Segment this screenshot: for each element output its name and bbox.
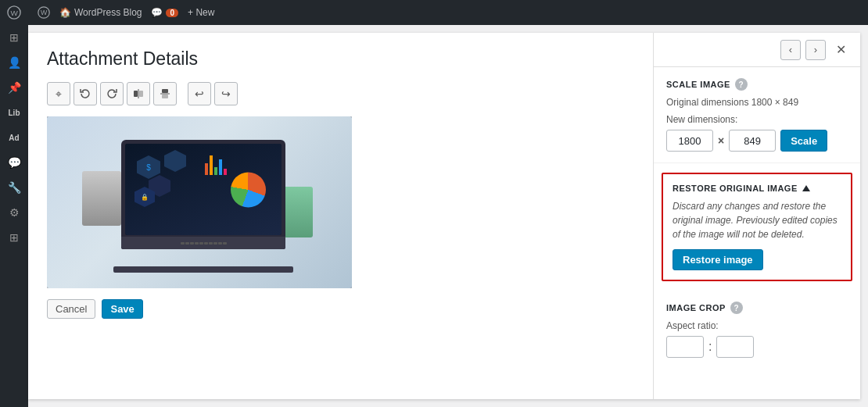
rotate-ccw-button[interactable]: [74, 82, 97, 105]
image-crop-title: IMAGE CROP ?: [666, 302, 848, 314]
svg-rect-7: [162, 89, 168, 93]
aspect-colon-separator: :: [708, 340, 712, 354]
sidebar-item-pin[interactable]: 📌: [0, 75, 28, 100]
aspect-ratio-label: Aspect ratio:: [666, 320, 848, 331]
scale-help-icon[interactable]: ?: [735, 78, 748, 91]
scale-image-section: SCALE IMAGE ? Original dimensions 1800 ×…: [654, 67, 860, 163]
sidebar-item-lib[interactable]: Lib: [0, 100, 28, 125]
undo-button[interactable]: ↩: [188, 82, 211, 105]
original-dimensions: Original dimensions 1800 × 849: [666, 97, 848, 108]
dimensions-row: × Scale: [666, 130, 848, 152]
site-name[interactable]: 🏠 WordPress Blog: [59, 7, 142, 18]
svg-rect-4: [134, 91, 138, 97]
attachment-dialog: Attachment Details ⌖ ↩ ↪: [28, 33, 860, 399]
height-input[interactable]: [729, 130, 776, 152]
dialog-sidebar: ‹ › ✕ SCALE IMAGE ? Original dimensions …: [653, 33, 860, 399]
sidebar-item-dashboard[interactable]: ⊞: [0, 25, 28, 50]
admin-sidebar: W ⊞ 👤 📌 Lib Ad 💬 🔧 ⚙ ⊞: [0, 0, 28, 407]
image-toolbar: ⌖ ↩ ↪: [47, 82, 634, 105]
comments-badge: 0: [166, 9, 178, 17]
restore-image-button[interactable]: Restore image: [673, 249, 763, 270]
svg-rect-5: [139, 91, 143, 97]
laptop-image: $: [74, 124, 325, 280]
sidebar-item-ad[interactable]: Ad: [0, 125, 28, 150]
prev-button[interactable]: ‹: [780, 40, 801, 60]
crop-help-icon[interactable]: ?: [730, 302, 743, 314]
sidebar-item-user[interactable]: 👤: [0, 50, 28, 75]
dialog-main-panel: Attachment Details ⌖ ↩ ↪: [28, 33, 653, 399]
new-dimensions-label: New dimensions:: [666, 114, 848, 125]
next-button[interactable]: ›: [805, 40, 826, 60]
aspect-width-input[interactable]: [666, 336, 704, 358]
dialog-nav: ‹ › ✕: [654, 33, 860, 67]
restore-title: RESTORE ORIGINAL IMAGE: [673, 184, 841, 193]
triangle-up-icon: [802, 185, 810, 191]
image-crop-section: IMAGE CROP ? Aspect ratio: :: [654, 291, 860, 369]
cancel-button[interactable]: Cancel: [47, 299, 95, 319]
wp-logo-bar[interactable]: W: [38, 6, 50, 19]
comments-bar[interactable]: 💬 0: [151, 7, 178, 18]
crop-button[interactable]: ⌖: [47, 82, 70, 105]
dimension-x-separator: ×: [718, 134, 724, 147]
flip-h-button[interactable]: [127, 82, 150, 105]
sidebar-item-comments[interactable]: 💬: [0, 150, 28, 175]
svg-text:W: W: [11, 9, 19, 17]
restore-original-section: RESTORE ORIGINAL IMAGE Discard any chang…: [662, 173, 852, 281]
dialog-title: Attachment Details: [47, 48, 634, 70]
svg-rect-8: [162, 95, 168, 98]
flip-v-button[interactable]: [153, 82, 177, 105]
sidebar-item-grid[interactable]: ⊞: [0, 225, 28, 250]
scale-image-title: SCALE IMAGE ?: [666, 78, 848, 91]
action-buttons: Cancel Save: [47, 299, 634, 319]
width-input[interactable]: [666, 130, 713, 152]
main-area: W 🏠 WordPress Blog 💬 0 + New Attachment …: [28, 0, 868, 407]
admin-bar: W 🏠 WordPress Blog 💬 0 + New: [28, 0, 868, 25]
aspect-height-input[interactable]: [716, 336, 754, 358]
svg-text:W: W: [41, 9, 48, 16]
scale-button[interactable]: Scale: [780, 130, 827, 152]
aspect-ratio-row: :: [666, 336, 848, 358]
rotate-cw-button[interactable]: [100, 82, 124, 105]
save-button[interactable]: Save: [102, 299, 142, 319]
laptop-scene: $: [47, 116, 352, 288]
image-preview: $: [47, 116, 352, 288]
close-button[interactable]: ✕: [830, 40, 851, 60]
wp-logo[interactable]: W: [0, 0, 28, 25]
redo-button[interactable]: ↪: [214, 82, 238, 105]
sidebar-item-settings[interactable]: ⚙: [0, 200, 28, 225]
new-bar[interactable]: + New: [188, 7, 214, 18]
sidebar-item-tools[interactable]: 🔧: [0, 175, 28, 200]
restore-description: Discard any changes and restore the orig…: [673, 199, 841, 241]
